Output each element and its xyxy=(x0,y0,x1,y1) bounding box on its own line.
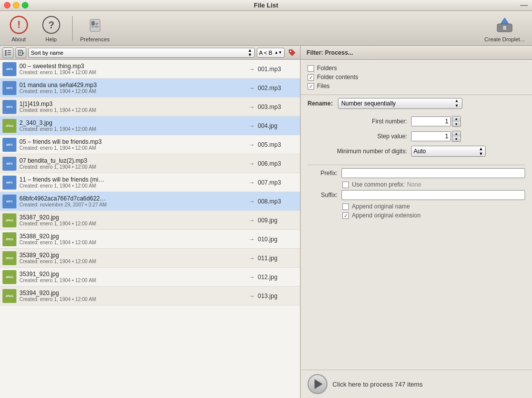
file-name: 35387_920.jpg xyxy=(19,214,246,221)
step-value-input[interactable] xyxy=(411,131,451,141)
svg-rect-9 xyxy=(92,26,94,27)
add-files-button[interactable] xyxy=(15,47,26,58)
first-number-down[interactable]: ▼ xyxy=(452,121,460,126)
file-info: 35387_920.jpg Created: enero 1, 1904 • 1… xyxy=(19,214,246,226)
step-value-stepper[interactable]: ▲ ▼ xyxy=(452,131,461,142)
svg-rect-10 xyxy=(95,26,99,27)
close-button[interactable] xyxy=(4,2,10,8)
list-item[interactable]: JPEG 35391_920.jpg Created: enero 1, 190… xyxy=(0,268,300,287)
toolbar: ! About ? Help Preferences xyxy=(0,11,532,46)
min-digits-select[interactable]: Auto ▲▼ xyxy=(411,146,486,157)
file-info: 05 – friends will be friends.mp3 Created… xyxy=(19,138,246,151)
svg-text:?: ? xyxy=(48,19,54,30)
append-original-name-checkbox[interactable] xyxy=(342,203,349,210)
file-type-icon: MP3 xyxy=(2,81,16,95)
file-info: 35388_920.jpg Created: enero 1, 1904 • 1… xyxy=(19,233,246,245)
suffix-label: Suffix: xyxy=(308,192,337,199)
about-button[interactable]: ! About xyxy=(5,14,32,42)
file-arrow: → xyxy=(249,217,255,224)
resize-handle xyxy=(520,2,528,8)
list-item[interactable]: JPEG 35387_920.jpg Created: enero 1, 190… xyxy=(0,211,300,230)
file-type-icon: JPEG xyxy=(2,289,16,303)
window-controls[interactable] xyxy=(4,2,28,8)
spacer xyxy=(301,224,532,370)
file-name: 2_340_3.jpg xyxy=(19,119,246,126)
file-newname: 004.jpg xyxy=(258,122,298,129)
file-name: 07 bendita_tu_luz(2).mp3 xyxy=(19,157,246,164)
svg-rect-13 xyxy=(503,26,506,30)
list-item[interactable]: JPEG 35388_920.jpg Created: enero 1, 190… xyxy=(0,230,300,249)
rename-mode-select[interactable]: Number sequentially ▲▼ xyxy=(338,98,462,109)
maximize-button[interactable] xyxy=(22,2,28,8)
file-newname: 008.mp3 xyxy=(258,198,298,205)
list-item[interactable]: MP3 07 bendita_tu_luz(2).mp3 Created: en… xyxy=(0,154,300,173)
tag-icon[interactable] xyxy=(287,47,298,58)
sort-select[interactable]: Sort by name ▲▼ xyxy=(28,48,255,58)
process-button[interactable] xyxy=(308,374,327,394)
list-item[interactable]: MP3 1[1]419.mp3 Created: enero 1, 1904 •… xyxy=(0,98,300,116)
form-section: First number: ▲ ▼ Step value: ▲ ▼ xyxy=(301,112,532,165)
list-item[interactable]: JPEG 35394_920.jpg Created: enero 1, 190… xyxy=(0,287,300,305)
append-original-name-label: Append original name xyxy=(352,203,410,210)
filter-files-row: Files xyxy=(308,83,525,90)
create-droplet-label: Create Droplet... xyxy=(484,36,525,42)
list-item[interactable]: MP3 11 – friends will be friends (mi… Cr… xyxy=(0,173,300,192)
step-value-down[interactable]: ▼ xyxy=(452,136,460,141)
append-original-name-row: Append original name xyxy=(342,203,525,210)
order-select[interactable]: A < B ▲▼ xyxy=(257,48,285,58)
file-meta: Created: enero 1, 1904 • 12:00 AM xyxy=(19,278,246,283)
file-info: 35389_920.jpg Created: enero 1, 1904 • 1… xyxy=(19,252,246,264)
list-item[interactable]: MP3 05 – friends will be friends.mp3 Cre… xyxy=(0,135,300,154)
list-item[interactable]: MP3 01 manda una señal429.mp3 Created: e… xyxy=(0,79,300,98)
file-meta: Created: enero 1, 1904 • 12:00 AM xyxy=(19,164,246,170)
create-droplet-button[interactable]: Create Droplet... xyxy=(484,14,525,42)
first-number-stepper[interactable]: ▲ ▼ xyxy=(452,116,461,127)
file-list[interactable]: MP3 00 – sweetest thing.mp3 Created: ene… xyxy=(0,60,300,398)
list-item[interactable]: JPEG 35389_920.jpg Created: enero 1, 190… xyxy=(0,249,300,268)
help-button[interactable]: ? Help xyxy=(37,14,65,42)
prefix-section: Prefix: Use common prefix: None Suffix: … xyxy=(301,165,532,224)
prefix-input[interactable] xyxy=(341,168,525,178)
step-value-up[interactable]: ▲ xyxy=(452,131,460,136)
use-common-prefix-checkbox[interactable] xyxy=(342,182,349,188)
svg-rect-17 xyxy=(7,52,11,53)
prefix-label: Prefix: xyxy=(308,170,337,177)
folder-contents-checkbox[interactable] xyxy=(308,74,314,81)
preferences-icon xyxy=(85,14,106,35)
append-original-extension-checkbox[interactable] xyxy=(342,212,349,219)
file-arrow: → xyxy=(249,198,255,205)
file-type-icon: MP3 xyxy=(2,100,16,114)
file-type-icon: MP3 xyxy=(2,176,16,190)
minimize-button[interactable] xyxy=(13,2,19,8)
right-panel: Filter: Process... Folders Folder conten… xyxy=(301,46,532,398)
svg-text:!: ! xyxy=(17,19,20,30)
file-info: 11 – friends will be friends (mi… Create… xyxy=(19,176,246,189)
file-newname: 012.jpg xyxy=(258,274,298,281)
list-item[interactable]: JPEG 2_340_3.jpg Created: enero 1, 1904 … xyxy=(0,116,300,135)
suffix-input[interactable] xyxy=(341,190,525,200)
file-arrow: → xyxy=(249,103,255,110)
preferences-button[interactable]: Preferences xyxy=(80,14,109,42)
list-item[interactable]: MP3 68bfc4962aca7667d7ca6d622… Created: … xyxy=(0,192,300,211)
files-checkbox[interactable] xyxy=(308,83,314,90)
svg-rect-19 xyxy=(7,54,11,55)
file-info: 35394_920.jpg Created: enero 1, 1904 • 1… xyxy=(19,290,246,302)
filter-title: Filter: Process... xyxy=(307,49,353,56)
svg-point-26 xyxy=(290,50,292,52)
file-type-icon: MP3 xyxy=(2,195,16,208)
folders-checkbox[interactable] xyxy=(308,65,314,72)
about-icon: ! xyxy=(8,14,29,35)
file-type-icon: JPEG xyxy=(2,251,16,265)
list-view-button[interactable] xyxy=(2,47,13,58)
first-number-up[interactable]: ▲ xyxy=(452,116,460,121)
min-digits-label: Minimum number of digits: xyxy=(308,148,407,155)
list-toolbar: Sort by name ▲▼ A < B ▲▼ xyxy=(0,46,300,60)
first-number-input[interactable] xyxy=(411,116,451,126)
file-info: 2_340_3.jpg Created: enero 1, 1904 • 12:… xyxy=(19,119,246,132)
file-meta: Created: enero 1, 1904 • 12:00 AM xyxy=(19,107,246,113)
file-newname: 001.mp3 xyxy=(258,66,298,73)
folder-contents-label: Folder contents xyxy=(317,74,358,81)
file-arrow: → xyxy=(249,122,255,129)
list-item[interactable]: MP3 00 – sweetest thing.mp3 Created: ene… xyxy=(0,60,300,79)
file-arrow: → xyxy=(249,179,255,186)
